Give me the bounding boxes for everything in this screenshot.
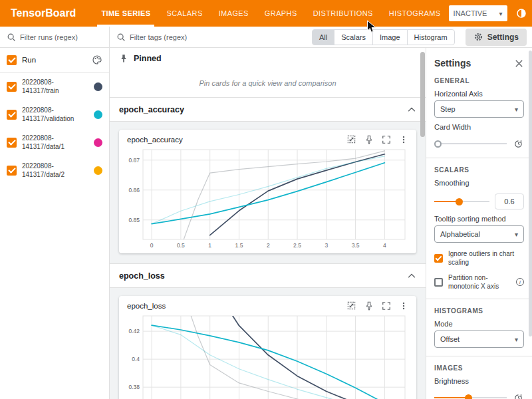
section-header-epoch-accuracy[interactable]: epoch_accuracy	[110, 97, 426, 122]
filter-scalars-button[interactable]: Scalars	[334, 29, 373, 45]
run-checkbox[interactable]	[7, 166, 17, 176]
status-value: INACTIVE	[454, 9, 487, 17]
card-width-row	[434, 138, 524, 150]
smoothing-value-input[interactable]	[495, 194, 524, 209]
fullscreen-icon[interactable]	[382, 135, 391, 144]
epoch-accuracy-chart[interactable]: 00.511.522.533.540.850.860.87	[120, 147, 415, 251]
main-scrollbar[interactable]	[420, 51, 425, 396]
chevron-down-icon	[515, 230, 518, 238]
reset-brightness-icon[interactable]	[512, 392, 524, 399]
svg-text:0: 0	[150, 242, 154, 249]
card-header: epoch_loss	[120, 301, 415, 313]
filter-tags-input[interactable]	[130, 33, 308, 41]
run-color-dot[interactable]	[94, 82, 102, 91]
toolbar: All Scalars Image Histogram Settings	[0, 27, 532, 48]
chevron-down-icon	[515, 105, 518, 113]
filter-runs-input[interactable]	[20, 33, 102, 41]
slider-thumb[interactable]	[456, 198, 463, 205]
divider	[426, 299, 532, 299]
slider-thumb[interactable]	[434, 140, 442, 148]
header-actions: INACTIVE	[449, 5, 532, 21]
section-title: epoch_accuracy	[119, 105, 184, 114]
svg-text:2: 2	[267, 242, 270, 249]
reset-card-width-icon[interactable]	[512, 138, 524, 150]
run-name: 20220808-141317/validation	[22, 106, 74, 123]
close-icon[interactable]	[514, 59, 524, 68]
collapse-section-icon[interactable]	[407, 105, 416, 114]
run-color-dot[interactable]	[94, 110, 102, 119]
epoch-loss-chart[interactable]: 0.420.40.380.36	[120, 313, 415, 399]
ignore-outliers-row: Ignore outliers in chart scaling	[434, 249, 524, 267]
search-icon	[7, 33, 16, 42]
run-name: 20220808-141317/data/2	[22, 162, 65, 179]
select-all-runs-checkbox[interactable]	[7, 55, 17, 65]
tab-images[interactable]: IMAGES	[211, 0, 257, 27]
collapse-section-icon[interactable]	[407, 271, 416, 281]
palette-icon[interactable]	[92, 55, 102, 65]
tab-time-series[interactable]: TIME SERIES	[93, 0, 158, 27]
histograms-heading: HISTOGRAMS	[434, 307, 524, 315]
reload-status-dropdown[interactable]: INACTIVE	[449, 5, 507, 21]
tab-distributions[interactable]: DISTRIBUTIONS	[305, 0, 381, 27]
divider	[426, 356, 532, 356]
runs-header-row: Run	[0, 48, 109, 72]
more-options-icon[interactable]	[399, 135, 408, 144]
scrollbar-thumb[interactable]	[529, 51, 532, 336]
run-checkbox[interactable]	[7, 82, 17, 92]
run-row-validation[interactable]: 20220808-141317/validation	[0, 100, 109, 128]
theme-toggle-icon[interactable]	[515, 7, 527, 19]
filter-histogram-button[interactable]: Histogram	[407, 29, 455, 45]
histogram-mode-label: Mode	[434, 320, 524, 328]
section-title: epoch_loss	[119, 271, 165, 281]
svg-text:3: 3	[325, 242, 328, 249]
brightness-slider[interactable]	[434, 393, 507, 399]
filter-image-button[interactable]: Image	[372, 29, 408, 45]
partition-x-axis-row: Partition non-monotonic X axis	[434, 273, 524, 291]
scalar-card-epoch-accuracy: epoch_accuracy 00.511.522.533	[119, 130, 416, 253]
tag-type-filter-group: All Scalars Image Histogram	[312, 29, 455, 45]
run-row-train[interactable]: 20220808-141317/train	[0, 72, 109, 100]
run-row-data-1[interactable]: 20220808-141317/data/1	[0, 128, 109, 156]
run-row-data-2[interactable]: 20220808-141317/data/2	[0, 156, 109, 184]
tab-graphs[interactable]: GRAPHS	[257, 0, 305, 27]
more-options-icon[interactable]	[399, 301, 408, 311]
partition-x-axis-checkbox[interactable]	[434, 278, 443, 287]
run-color-dot[interactable]	[94, 138, 102, 147]
settings-scrollbar[interactable]	[529, 49, 532, 398]
tab-scalars[interactable]: SCALARS	[158, 0, 210, 27]
scalars-heading: SCALARS	[434, 166, 524, 174]
run-name: 20220808-141317/data/1	[22, 134, 65, 151]
info-icon[interactable]	[516, 278, 524, 286]
tab-histograms[interactable]: HISTOGRAMS	[381, 0, 449, 27]
scalar-card-epoch-loss: epoch_loss 0.420.40.380.36	[119, 296, 416, 399]
card-actions	[346, 301, 408, 311]
run-checkbox[interactable]	[7, 138, 17, 148]
card-width-slider[interactable]	[434, 139, 507, 148]
smoothing-slider[interactable]	[434, 197, 489, 206]
run-color-dot[interactable]	[94, 166, 102, 175]
svg-text:0.85: 0.85	[128, 217, 140, 223]
fit-domain-icon[interactable]	[346, 301, 356, 311]
svg-text:3.5: 3.5	[352, 242, 360, 249]
brightness-row	[434, 392, 524, 399]
run-checkbox[interactable]	[7, 110, 17, 120]
svg-text:4: 4	[383, 242, 386, 249]
filter-all-button[interactable]: All	[312, 29, 334, 45]
horizontal-axis-select[interactable]: Step	[434, 100, 524, 118]
svg-text:0.86: 0.86	[128, 187, 140, 194]
ignore-outliers-checkbox[interactable]	[434, 254, 443, 263]
scrollbar-thumb[interactable]	[420, 52, 425, 137]
brightness-label: Brightness	[434, 377, 524, 385]
svg-text:2.5: 2.5	[293, 242, 301, 249]
histogram-mode-select[interactable]: Offset	[434, 331, 524, 348]
card-zone: epoch_accuracy 00.511.522.533	[110, 122, 426, 263]
section-header-epoch-loss[interactable]: epoch_loss	[110, 263, 426, 288]
tooltip-sorting-select[interactable]: Alphabetical	[434, 225, 524, 243]
pin-card-icon[interactable]	[364, 301, 374, 311]
tooltip-sorting-value: Alphabetical	[440, 230, 480, 238]
fit-domain-icon[interactable]	[346, 134, 356, 144]
pin-card-icon[interactable]	[364, 135, 374, 144]
settings-button[interactable]: Settings	[466, 29, 527, 46]
slider-thumb[interactable]	[465, 394, 472, 399]
fullscreen-icon[interactable]	[382, 301, 391, 311]
